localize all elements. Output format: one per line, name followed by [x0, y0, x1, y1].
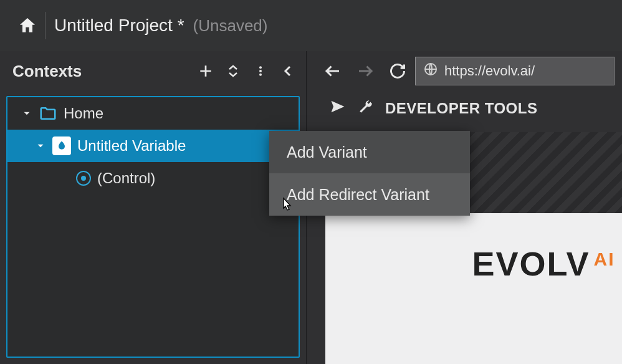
panel-header: Contexts — [0, 51, 306, 91]
project-title: Untitled Project * — [54, 16, 184, 36]
home-button[interactable] — [12, 11, 42, 41]
panel-title: Contexts — [12, 62, 82, 81]
reload-icon — [389, 62, 406, 80]
menu-item-add-variant[interactable]: Add Variant — [269, 131, 470, 173]
arrow-right-icon — [356, 62, 375, 80]
preview-toolbar: https://evolv.ai/ — [307, 51, 622, 91]
more-options-button[interactable] — [249, 59, 272, 83]
chevron-down-icon — [35, 140, 46, 151]
panel-actions — [194, 59, 300, 83]
context-menu: Add Variant Add Redirect Variant — [269, 131, 470, 216]
send-icon[interactable] — [329, 98, 347, 119]
logo-main-text: EVOLV — [472, 244, 590, 283]
wrench-icon[interactable] — [358, 98, 374, 118]
context-tree: Home Untitled Variable (Control) — [6, 96, 300, 358]
tree-node-label: Home — [64, 105, 103, 122]
collapse-icon — [226, 64, 241, 79]
control-icon — [76, 171, 91, 186]
nav-forward-button[interactable] — [350, 56, 380, 86]
developer-tools-bar: DEVELOPER TOOLS — [307, 91, 622, 126]
arrow-left-icon — [323, 62, 342, 80]
svg-point-2 — [259, 74, 262, 76]
tree-node-control[interactable]: (Control) — [7, 162, 299, 194]
menu-item-add-redirect-variant[interactable]: Add Redirect Variant — [269, 173, 470, 216]
tree-node-variable[interactable]: Untitled Variable — [7, 130, 299, 162]
unsaved-label: (Unsaved) — [193, 16, 268, 36]
divider — [45, 12, 45, 39]
preview-page: EVOLV AI — [325, 213, 622, 364]
variable-icon — [52, 136, 71, 155]
tree-node-label: (Control) — [97, 170, 155, 187]
nav-back-button[interactable] — [318, 56, 348, 86]
globe-icon — [423, 62, 438, 80]
home-icon — [17, 16, 37, 36]
contexts-panel: Contexts — [0, 51, 307, 364]
top-bar: Untitled Project * (Unsaved) — [0, 0, 622, 51]
collapse-panel-button[interactable] — [276, 59, 300, 83]
tree-node-home[interactable]: Home — [7, 97, 299, 130]
url-text: https://evolv.ai/ — [444, 63, 535, 79]
chevron-left-icon — [280, 64, 295, 79]
svg-point-0 — [259, 66, 262, 69]
tree-node-label: Untitled Variable — [77, 137, 186, 155]
url-bar[interactable]: https://evolv.ai/ — [415, 57, 615, 85]
plus-icon — [198, 63, 214, 79]
kebab-icon — [254, 64, 267, 79]
collapse-all-button[interactable] — [221, 59, 245, 83]
devtools-label: DEVELOPER TOOLS — [385, 100, 537, 117]
reload-button[interactable] — [383, 56, 413, 86]
folder-icon — [39, 104, 57, 123]
add-context-button[interactable] — [194, 59, 218, 83]
chevron-down-icon — [21, 108, 32, 119]
logo-sub-text: AI — [594, 249, 615, 270]
evolv-logo: EVOLV AI — [472, 244, 615, 283]
svg-point-1 — [259, 70, 262, 72]
